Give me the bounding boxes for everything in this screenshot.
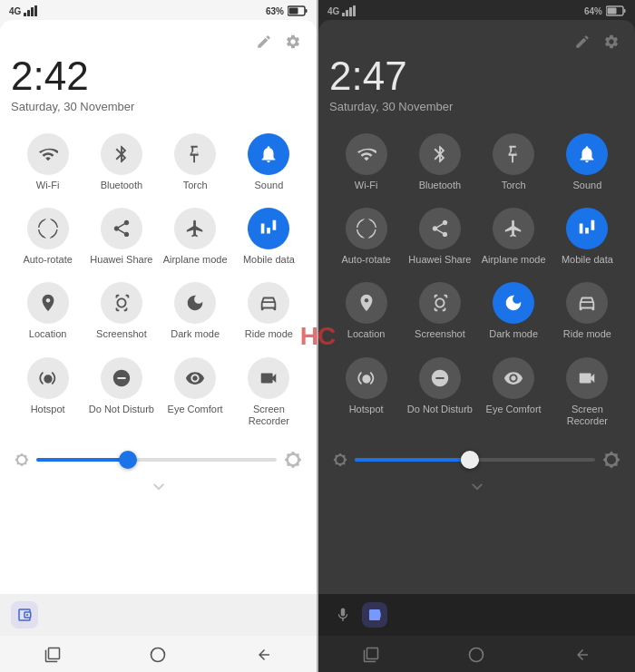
status-bar: 4G 63% [0,0,317,20]
toggle-ride-mode[interactable]: Ride mode [232,275,306,349]
toggle-label-bluetooth: Bluetooth [101,180,142,191]
nav-back-button[interactable] [254,645,274,665]
toggle-screen-recorder[interactable]: Screen Recorder [232,350,306,436]
toggle-eye-comfort[interactable]: Eye Comfort [159,350,232,436]
toggle-hotspot[interactable]: Hotspot [11,350,84,436]
toggle-airplane[interactable]: Airplane mode [477,200,551,275]
dark-mode-icon [174,282,216,324]
toggle-label-dark-mode: Dark mode [171,328,220,340]
airplane-icon [493,208,534,249]
edit-icon[interactable] [255,33,273,51]
nav-recent-button[interactable] [361,645,381,665]
toggle-huawei-share[interactable]: Huawei Share [84,200,158,275]
toggle-label-autorotate: Auto-rotate [341,254,390,266]
toggle-airplane[interactable]: Airplane mode [159,200,232,275]
toggle-wifi[interactable]: Wi-Fi [11,126,84,200]
nav-home-button[interactable] [466,645,486,665]
svg-rect-5 [306,9,308,13]
toggle-dnd[interactable]: Do Not Disturb [403,350,476,436]
svg-rect-3 [34,5,37,16]
brightness-track[interactable] [355,458,595,462]
toggle-torch[interactable]: Torch [477,126,551,200]
torch-icon [174,133,216,175]
nav-bar [0,636,317,672]
toggle-hotspot[interactable]: Hotspot [329,350,403,436]
toggle-sound[interactable]: Sound [551,126,624,200]
toggle-eye-comfort[interactable]: Eye Comfort [477,350,551,436]
toggle-bluetooth[interactable]: Bluetooth [403,126,476,200]
toggle-dark-mode[interactable]: Dark mode [477,275,551,349]
status-right: 63% [266,5,308,16]
toggle-mobile-data[interactable]: Mobile data [551,200,624,275]
hotspot-icon [27,357,69,399]
swipe-arrow[interactable] [11,476,306,498]
toggle-label-screenshot: Screenshot [96,328,147,340]
brightness-high-icon [284,451,302,469]
toggle-autorotate[interactable]: Auto-rotate [11,200,84,275]
svg-rect-6 [289,8,298,15]
phone-panel-dark: 4G 64% 2:47Saturday, 30 NovemberWi-FiBlu… [318,0,635,672]
toggle-huawei-share[interactable]: Huawei Share [403,200,476,275]
svg-rect-2 [31,7,34,16]
toggles-grid: Wi-FiBluetoothTorchSoundAuto-rotateHuawe… [11,126,306,436]
date-display: Saturday, 30 November [329,100,624,113]
app-icon-mic[interactable] [329,601,357,628]
toggle-torch[interactable]: Torch [159,126,232,200]
brightness-fill [355,458,470,462]
brightness-thumb[interactable] [461,451,479,469]
huawei-share-icon [419,208,461,249]
status-left: 4G [327,5,357,16]
toggle-location[interactable]: Location [11,275,84,349]
toggle-label-sound: Sound [572,180,601,191]
app-icon-wallet[interactable] [11,601,38,628]
toggle-sound[interactable]: Sound [232,126,306,200]
time-display: 2:47 [329,56,624,96]
toggle-screenshot[interactable]: Screenshot [84,275,158,349]
edit-icon[interactable] [573,33,591,51]
app-icon-wallet2[interactable] [362,602,387,628]
brightness-thumb[interactable] [119,451,137,469]
toggle-label-ride-mode: Ride mode [563,328,611,340]
toggle-label-torch: Torch [183,180,208,191]
toggle-autorotate[interactable]: Auto-rotate [329,200,403,275]
battery-pct: 64% [584,6,602,16]
brightness-row[interactable] [329,443,624,476]
svg-rect-12 [353,5,356,16]
toggle-screen-recorder[interactable]: Screen Recorder [551,350,624,436]
nav-home-button[interactable] [148,645,168,665]
phone-panel-light: 4G 63% 2:42Saturday, 30 NovemberWi-FiBlu… [0,0,317,672]
settings-icon[interactable] [284,33,302,51]
nav-recent-button[interactable] [43,645,63,665]
toggle-wifi[interactable]: Wi-Fi [329,126,403,200]
toggle-dnd[interactable]: Do Not Disturb [84,350,158,436]
bluetooth-icon [101,133,142,175]
toggle-label-mobile-data: Mobile data [562,254,613,266]
toggle-mobile-data[interactable]: Mobile data [232,200,306,275]
svg-rect-0 [24,13,26,16]
screen-recorder-icon [248,357,289,399]
toggle-location[interactable]: Location [329,275,403,349]
battery-pct: 63% [266,6,284,16]
toggle-ride-mode[interactable]: Ride mode [551,275,624,349]
location-icon [27,282,69,324]
airplane-icon [174,208,216,249]
dnd-icon [419,357,461,399]
toggle-label-autorotate: Auto-rotate [23,254,72,266]
toggle-dark-mode[interactable]: Dark mode [159,275,232,349]
toggle-label-screen-recorder: Screen Recorder [554,404,620,427]
settings-icon[interactable] [602,33,620,51]
nav-back-button[interactable] [572,645,592,665]
svg-point-8 [151,648,165,662]
brightness-track[interactable] [36,458,277,462]
toggle-label-eye-comfort: Eye Comfort [168,404,223,415]
toggle-label-dark-mode: Dark mode [489,328,538,340]
hotspot-icon [346,357,387,399]
toggle-label-dnd: Do Not Disturb [407,404,473,415]
brightness-row[interactable] [11,443,306,476]
bottom-bar [0,594,317,636]
toggle-screenshot[interactable]: Screenshot [403,275,476,349]
toggle-bluetooth[interactable]: Bluetooth [84,126,158,200]
screenshot-icon [419,282,461,324]
swipe-arrow[interactable] [329,476,624,498]
autorotate-icon [27,208,69,249]
